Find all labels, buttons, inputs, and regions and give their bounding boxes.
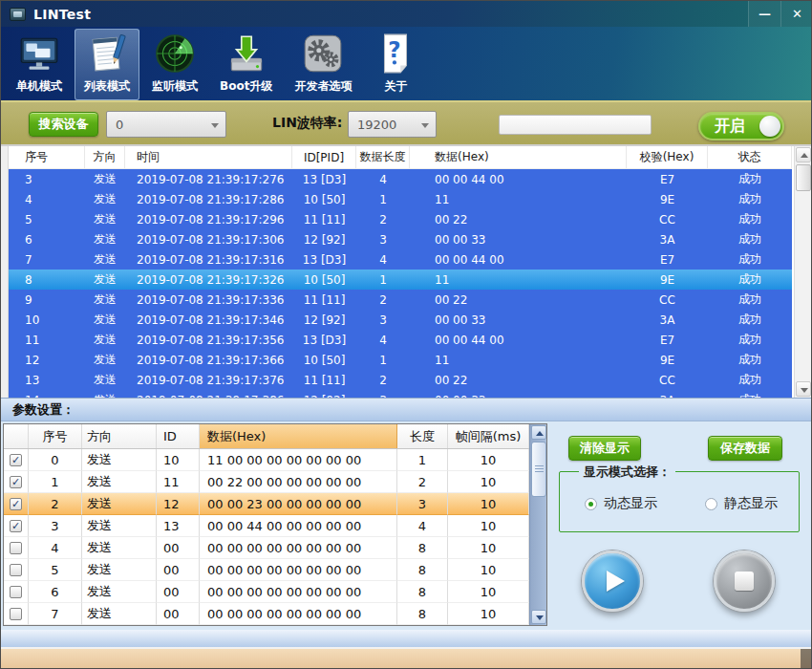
parameter-row[interactable]: ✓2发送1200 00 23 00 00 00 00 00310 xyxy=(4,493,529,515)
toolbar-item-single-mode[interactable]: 单机模式 xyxy=(7,29,72,100)
cell: 0 xyxy=(29,449,82,471)
row-checkbox[interactable] xyxy=(10,608,22,620)
cell: 成功 xyxy=(708,270,792,290)
toolbar-item-list-mode[interactable]: 列表模式 xyxy=(75,29,139,100)
row-checkbox[interactable] xyxy=(10,564,22,576)
cell: 6 xyxy=(29,581,82,603)
frame-row[interactable]: 8发送2019-07-08 21:39:17:32610 [50]1119E成功 xyxy=(9,270,792,290)
toolbar-item-label: 开发者选项 xyxy=(294,78,352,95)
row-checkbox[interactable]: ✓ xyxy=(10,520,22,532)
search-device-button[interactable]: 搜索设备 xyxy=(29,112,98,137)
parameter-row[interactable]: ✓3发送1300 00 44 00 00 00 00 00410 xyxy=(4,515,529,537)
row-checkbox[interactable] xyxy=(10,586,22,598)
radio-icon[interactable] xyxy=(585,498,597,510)
message-input[interactable] xyxy=(499,115,652,135)
frame-row[interactable]: 5发送2019-07-08 21:39:17:29611 [11]200 22C… xyxy=(9,209,792,229)
bottom-strip xyxy=(1,630,812,649)
frame-row[interactable]: 6发送2019-07-08 21:39:17:30612 [92]300 00 … xyxy=(9,229,792,249)
chevron-down-icon xyxy=(211,123,219,128)
frame-row[interactable]: 10发送2019-07-08 21:39:17:34612 [92]300 00… xyxy=(9,310,792,330)
column-header[interactable]: ID xyxy=(157,424,200,448)
device-select[interactable]: 0 xyxy=(106,111,226,138)
scroll-down-icon[interactable] xyxy=(531,610,546,624)
column-header[interactable]: 方向 xyxy=(82,424,157,448)
radio-static-display[interactable]: 静态显示 xyxy=(705,495,778,512)
close-button[interactable]: ✕ xyxy=(780,1,812,27)
toolbar-item-about[interactable]: ? 关于 xyxy=(364,29,427,100)
parameter-row[interactable]: 6发送0000 00 00 00 00 00 00 00810 xyxy=(4,581,529,603)
cell: 7 xyxy=(9,249,85,270)
column-header[interactable]: 序号 xyxy=(9,146,85,168)
cell: 成功 xyxy=(708,290,792,310)
frame-row[interactable]: 3发送2019-07-08 21:39:17:27613 [D3]400 00 … xyxy=(9,169,792,189)
cell: 1 xyxy=(356,350,410,370)
frame-row[interactable]: 11发送2019-07-08 21:39:17:35613 [D3]400 00… xyxy=(9,330,792,350)
radio-label: 动态显示 xyxy=(604,495,657,512)
cell: 10 xyxy=(9,310,85,330)
parameter-table-scrollbar[interactable] xyxy=(529,424,546,625)
cell: 10 xyxy=(448,581,529,603)
cell: E7 xyxy=(627,330,708,350)
cell: 成功 xyxy=(708,350,792,370)
column-header[interactable]: ID[PID] xyxy=(292,146,356,168)
radio-dynamic-display[interactable]: 动态显示 xyxy=(585,495,657,512)
toolbar-item-boot-upgrade[interactable]: Boot升级 xyxy=(210,29,282,100)
parameter-row[interactable]: ✓0发送1011 00 00 00 00 00 00 00110 xyxy=(4,449,529,471)
column-header[interactable]: 状态 xyxy=(708,146,792,168)
column-header[interactable]: 时间 xyxy=(125,146,292,168)
status-bar xyxy=(1,649,812,669)
parameter-row[interactable]: 4发送0000 00 00 00 00 00 00 00810 xyxy=(4,537,529,559)
toolbar-item-listen-mode[interactable]: 监听模式 xyxy=(142,29,207,100)
frame-table-scrollbar[interactable] xyxy=(794,146,811,398)
cell: 成功 xyxy=(708,310,792,330)
column-header[interactable]: 数据(Hex) xyxy=(200,424,397,448)
start-send-button[interactable] xyxy=(582,550,643,612)
cell: 9 xyxy=(9,290,85,310)
parameter-row[interactable]: ✓1发送1100 22 00 00 00 00 00 00210 xyxy=(4,471,529,493)
column-header[interactable]: 序号 xyxy=(29,424,82,448)
parameter-row[interactable]: 7发送0000 00 00 00 00 00 00 00810 xyxy=(4,603,529,625)
column-header[interactable]: 帧间隔(ms) xyxy=(448,424,529,448)
radio-icon[interactable] xyxy=(705,498,717,510)
row-checkbox[interactable]: ✓ xyxy=(10,498,22,510)
toolbar-item-developer-options[interactable]: 开发者选项 xyxy=(285,29,361,100)
cell: 00 00 44 00 00 00 00 00 xyxy=(200,515,397,537)
column-header[interactable]: 数据长度 xyxy=(356,146,410,168)
chevron-down-icon xyxy=(421,123,429,128)
control-bar: 搜索设备 0 LIN波特率: 19200 开启 xyxy=(1,101,812,144)
frame-row[interactable]: 4发送2019-07-08 21:39:17:28610 [50]1119E成功 xyxy=(9,189,792,209)
scroll-up-icon[interactable] xyxy=(531,425,546,440)
cell: 3 xyxy=(356,310,410,330)
start-toggle[interactable]: 开启 xyxy=(698,112,784,140)
scrollbar-thumb[interactable] xyxy=(796,164,811,191)
cell: 00 22 xyxy=(410,370,627,390)
frame-table-body: 3发送2019-07-08 21:39:17:27613 [D3]400 00 … xyxy=(9,169,792,398)
row-checkbox[interactable]: ✓ xyxy=(10,476,22,488)
frame-row[interactable]: 14发送2019-07-08 21:39:17:38612 [92]300 00… xyxy=(9,390,792,398)
baud-rate-select[interactable]: 19200 xyxy=(348,111,437,138)
column-header[interactable] xyxy=(4,424,29,448)
frame-row[interactable]: 13发送2019-07-08 21:39:17:37611 [11]200 22… xyxy=(9,370,792,390)
stop-send-button[interactable] xyxy=(714,550,775,612)
cell: 00 00 44 00 xyxy=(410,169,627,189)
column-header[interactable]: 长度 xyxy=(397,424,448,448)
row-checkbox[interactable]: ✓ xyxy=(10,454,22,466)
clear-display-button[interactable]: 清除显示 xyxy=(568,436,641,461)
scroll-down-icon[interactable] xyxy=(796,381,811,397)
frame-row[interactable]: 9发送2019-07-08 21:39:17:33611 [11]200 22C… xyxy=(9,290,792,310)
column-header[interactable]: 数据(Hex) xyxy=(410,146,627,168)
cell: ✓ xyxy=(4,493,29,515)
parameter-row[interactable]: 5发送0000 00 00 00 00 00 00 00810 xyxy=(4,559,529,581)
cell: 发送 xyxy=(85,209,125,229)
row-checkbox[interactable] xyxy=(10,542,22,554)
cell: 成功 xyxy=(708,249,792,270)
column-header[interactable]: 方向 xyxy=(85,146,125,168)
scroll-up-icon[interactable] xyxy=(796,147,811,162)
column-header[interactable]: 校验(Hex) xyxy=(627,146,708,168)
scrollbar-thumb[interactable] xyxy=(531,442,546,497)
frame-row[interactable]: 7发送2019-07-08 21:39:17:31613 [D3]400 00 … xyxy=(9,249,792,270)
cell: 00 22 xyxy=(410,290,627,310)
minimize-button[interactable]: — xyxy=(748,1,780,27)
frame-row[interactable]: 12发送2019-07-08 21:39:17:36610 [50]1119E成… xyxy=(9,350,792,370)
save-data-button[interactable]: 保存数据 xyxy=(708,436,782,461)
